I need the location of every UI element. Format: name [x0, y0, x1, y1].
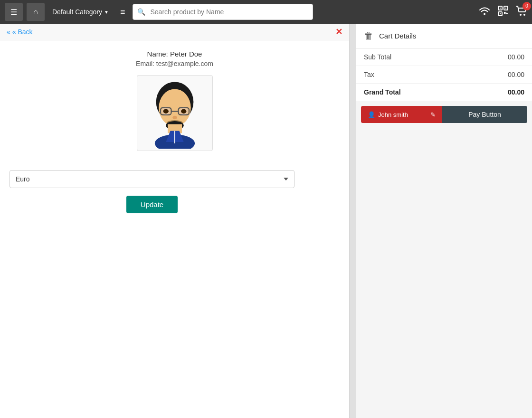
- cart-totals: Sub Total 00.00 Tax 00.00 Grand Total 00…: [356, 48, 532, 101]
- subtotal-label: Sub Total: [364, 53, 391, 61]
- profile-email: Email: test@example.com: [136, 60, 213, 67]
- panel-divider: [350, 24, 356, 418]
- tax-label: Tax: [364, 71, 374, 78]
- update-btn-wrapper: Update: [0, 188, 304, 221]
- clear-cart-button[interactable]: 🗑: [364, 30, 373, 41]
- avatar: [137, 75, 213, 151]
- customer-button[interactable]: 👤 John smith ✎: [361, 106, 442, 123]
- user-icon: 👤: [368, 111, 375, 118]
- cart-header: 🗑 Cart Details: [356, 24, 532, 48]
- back-arrow: «: [7, 28, 10, 36]
- update-button[interactable]: Update: [126, 196, 178, 213]
- nav-right: 0: [479, 6, 527, 19]
- grand-total-row: Grand Total 00.00: [356, 84, 532, 101]
- customer-name: John smith: [378, 111, 408, 118]
- svg-point-11: [523, 14, 525, 16]
- svg-point-21: [172, 116, 177, 120]
- navbar: ☰ ⌂ Default Category ≡ 🔍: [0, 0, 532, 24]
- svg-rect-5: [500, 13, 501, 14]
- list-icon: ≡: [120, 7, 125, 17]
- category-dropdown[interactable]: Default Category: [48, 8, 113, 16]
- svg-rect-4: [505, 8, 506, 9]
- main-layout: « « Back ✕ Name: Peter Doe Email: test@e…: [0, 24, 532, 418]
- back-label: « Back: [12, 28, 33, 36]
- close-button[interactable]: ✕: [335, 28, 342, 36]
- wifi-icon: [479, 6, 490, 18]
- edit-icon: ✎: [430, 111, 436, 118]
- profile-area: Name: Peter Doe Email: test@example.com: [0, 40, 349, 161]
- cart-actions: 👤 John smith ✎ Pay Button: [356, 101, 532, 128]
- category-label: Default Category: [52, 8, 102, 16]
- search-input[interactable]: [133, 4, 313, 20]
- right-panel: 🗑 Cart Details Sub Total 00.00 Tax 00.00…: [356, 24, 532, 418]
- cart-icon[interactable]: 0: [516, 6, 527, 19]
- cart-title: Cart Details: [379, 32, 416, 40]
- trash-icon: 🗑: [364, 30, 373, 41]
- cart-badge: 0: [522, 2, 531, 10]
- home-icon: ⌂: [33, 8, 38, 16]
- pay-button[interactable]: Pay Button: [442, 106, 527, 123]
- svg-rect-3: [500, 8, 501, 9]
- grand-total-value: 00.00: [508, 88, 524, 96]
- menu-button[interactable]: ☰: [5, 3, 23, 21]
- currency-select[interactable]: Euro USD GBP: [10, 170, 294, 188]
- svg-point-20: [181, 109, 186, 114]
- currency-select-wrapper: Euro USD GBP: [0, 161, 304, 188]
- profile-name: Name: Peter Doe: [147, 50, 202, 58]
- svg-rect-9: [505, 13, 508, 14]
- left-panel: « « Back ✕ Name: Peter Doe Email: test@e…: [0, 24, 350, 418]
- search-wrapper: 🔍: [133, 4, 313, 20]
- menu-icon: ☰: [10, 8, 17, 17]
- svg-point-10: [520, 14, 522, 16]
- back-button[interactable]: « « Back: [7, 28, 33, 36]
- back-bar: « « Back ✕: [0, 24, 349, 40]
- search-icon: 🔍: [137, 8, 145, 16]
- qr-icon: [498, 6, 508, 19]
- svg-point-19: [163, 109, 168, 114]
- tax-value: 00.00: [508, 71, 524, 78]
- grand-total-label: Grand Total: [364, 88, 401, 96]
- svg-rect-8: [504, 13, 505, 14]
- tax-row: Tax 00.00: [356, 66, 532, 84]
- svg-rect-7: [505, 12, 506, 13]
- subtotal-value: 00.00: [508, 53, 524, 61]
- svg-rect-6: [504, 12, 505, 13]
- list-view-button[interactable]: ≡: [116, 7, 129, 17]
- subtotal-row: Sub Total 00.00: [356, 48, 532, 66]
- home-button[interactable]: ⌂: [27, 3, 45, 21]
